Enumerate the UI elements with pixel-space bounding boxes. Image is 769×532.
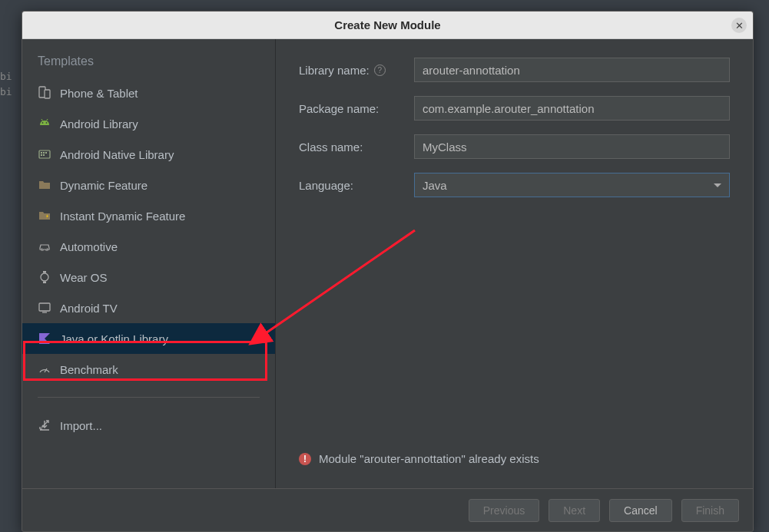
svg-rect-11	[43, 154, 45, 156]
sidebar-item-label: Instant Dynamic Feature	[60, 210, 185, 223]
svg-rect-17	[39, 303, 50, 311]
class-name-input[interactable]	[414, 134, 730, 159]
sidebar-item-android-native[interactable]: Android Native Library	[22, 139, 275, 170]
error-row: ! Module "arouter-annottation" already e…	[299, 452, 730, 465]
svg-line-4	[41, 119, 43, 121]
close-button[interactable]: ✕	[731, 18, 747, 33]
car-icon	[38, 240, 51, 253]
cancel-button[interactable]: Cancel	[609, 499, 672, 522]
sidebar-item-benchmark[interactable]: Benchmark	[22, 354, 275, 385]
templates-sidebar: Templates Phone & Tablet Android Library…	[22, 39, 276, 488]
sidebar-item-label: Phone & Tablet	[60, 87, 138, 100]
sidebar-item-label: Automotive	[60, 240, 118, 253]
help-icon[interactable]: ?	[374, 64, 386, 76]
sidebar-item-import[interactable]: Import...	[22, 410, 275, 441]
sidebar-item-automotive[interactable]: Automotive	[22, 231, 275, 262]
sidebar-item-label: Android TV	[60, 302, 118, 315]
svg-rect-9	[45, 152, 47, 154]
sidebar-item-instant-dynamic[interactable]: Instant Dynamic Feature	[22, 200, 275, 231]
svg-point-13	[47, 248, 48, 249]
dialog-title: Create New Module	[334, 18, 440, 31]
background-text: bi bi	[0, 69, 12, 100]
sidebar-item-label: Import...	[60, 419, 102, 432]
form-content: Library name: ? Package name: Class name…	[276, 39, 753, 488]
import-icon	[38, 418, 51, 432]
class-name-label: Class name:	[299, 140, 414, 154]
dialog-body: Templates Phone & Tablet Android Library…	[22, 39, 753, 488]
error-message: Module "arouter-annottation" already exi…	[319, 452, 539, 465]
sidebar-item-wear-os[interactable]: Wear OS	[22, 262, 275, 292]
sidebar-item-label: Dynamic Feature	[60, 179, 148, 192]
native-icon	[38, 147, 51, 161]
previous-button[interactable]: Previous	[469, 499, 539, 522]
titlebar: Create New Module ✕	[22, 12, 753, 39]
package-name-row: Package name:	[299, 96, 730, 121]
close-icon: ✕	[735, 20, 744, 31]
android-icon	[38, 117, 51, 131]
finish-button[interactable]: Finish	[681, 499, 739, 522]
package-name-label: Package name:	[299, 102, 414, 115]
chevron-down-icon	[714, 183, 721, 187]
sidebar-item-label: Wear OS	[60, 271, 107, 284]
sidebar-item-label: Benchmark	[60, 363, 118, 376]
sidebar-item-dynamic-feature[interactable]: Dynamic Feature	[22, 170, 275, 200]
library-name-label: Library name: ?	[299, 64, 414, 77]
svg-rect-1	[45, 90, 50, 98]
phone-tablet-icon	[38, 86, 51, 100]
class-name-row: Class name:	[299, 134, 730, 159]
kotlin-icon	[38, 332, 51, 345]
folder-bolt-icon	[38, 209, 51, 223]
sidebar-item-phone-tablet[interactable]: Phone & Tablet	[22, 78, 275, 108]
sidebar-item-label: Java or Kotlin Library	[60, 332, 168, 345]
sidebar-item-android-library[interactable]: Android Library	[22, 108, 275, 139]
svg-point-12	[41, 248, 43, 249]
svg-rect-16	[43, 282, 46, 284]
next-button[interactable]: Next	[549, 499, 600, 522]
sidebar-title: Templates	[22, 55, 275, 78]
language-value: Java	[423, 179, 447, 192]
svg-point-2	[42, 122, 44, 124]
library-name-row: Library name: ?	[299, 58, 730, 82]
dialog-footer: Previous Next Cancel Finish	[22, 488, 753, 531]
library-name-input[interactable]	[414, 58, 730, 82]
create-module-dialog: Create New Module ✕ Templates Phone & Ta…	[22, 11, 754, 532]
svg-rect-15	[43, 271, 46, 273]
svg-rect-7	[41, 152, 42, 154]
sidebar-item-label: Android Library	[60, 117, 138, 131]
svg-point-3	[46, 122, 48, 124]
svg-rect-8	[43, 152, 45, 154]
sidebar-item-java-kotlin[interactable]: Java or Kotlin Library	[22, 323, 275, 354]
gauge-icon	[38, 362, 51, 376]
language-row: Language: Java	[299, 173, 730, 197]
sidebar-item-android-tv[interactable]: Android TV	[22, 292, 275, 323]
language-select[interactable]: Java	[414, 173, 730, 197]
package-name-input[interactable]	[414, 96, 730, 121]
sidebar-divider	[38, 397, 260, 398]
sidebar-item-label: Android Native Library	[60, 148, 174, 161]
watch-icon	[38, 270, 51, 284]
error-icon: !	[299, 453, 311, 465]
tv-icon	[38, 301, 51, 315]
svg-line-5	[47, 119, 48, 121]
svg-rect-10	[41, 154, 42, 156]
svg-point-14	[41, 273, 48, 281]
language-label: Language:	[299, 179, 414, 192]
folder-icon	[38, 178, 51, 192]
